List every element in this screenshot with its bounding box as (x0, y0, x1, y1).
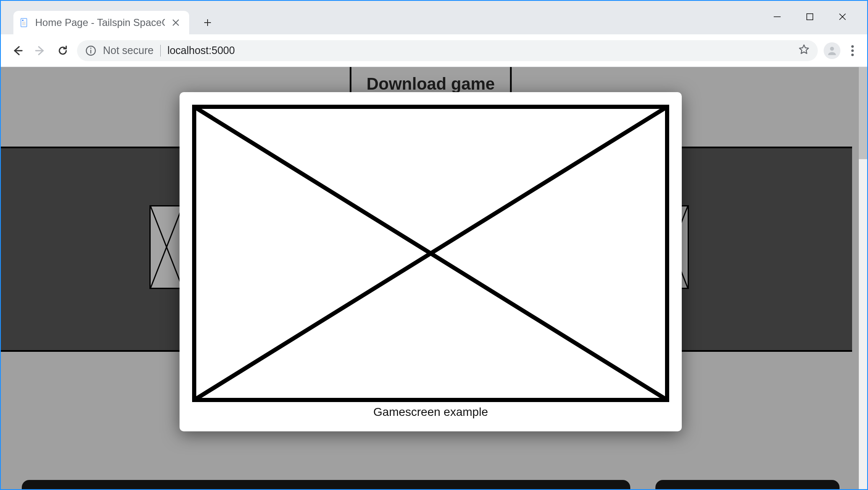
back-button[interactable] (9, 42, 26, 59)
gamescreen-placeholder-image[interactable] (192, 105, 669, 402)
scrollbar-thumb[interactable] (859, 67, 867, 159)
maximize-button[interactable] (794, 7, 826, 27)
carousel-thumb-left[interactable] (149, 205, 184, 289)
omnibox-separator (160, 45, 161, 57)
security-label: Not secure (103, 44, 154, 57)
svg-rect-1 (22, 20, 23, 21)
close-window-button[interactable] (826, 7, 859, 27)
bookmark-star-icon[interactable] (799, 44, 809, 57)
svg-rect-10 (807, 14, 813, 20)
browser-menu-icon[interactable] (846, 42, 859, 59)
page-viewport: Download game Gamescreen example (1, 67, 867, 489)
site-info-icon[interactable] (85, 45, 96, 56)
browser-titlebar: Home Page - Tailspin SpaceGame (1, 1, 867, 34)
close-tab-icon[interactable] (171, 18, 181, 28)
svg-point-17 (90, 47, 92, 49)
minimize-button[interactable] (761, 7, 794, 27)
address-bar[interactable]: Not secure localhost:5000 (77, 40, 818, 61)
screenshot-modal: Gamescreen example (180, 92, 682, 431)
new-tab-button[interactable] (196, 11, 219, 34)
page-content: Download game Gamescreen example (1, 67, 860, 489)
bottom-panel[interactable] (655, 480, 840, 489)
download-game-label: Download game (367, 75, 495, 93)
profile-avatar-icon[interactable] (824, 42, 840, 59)
svg-point-18 (830, 46, 834, 50)
url-text: localhost:5000 (167, 44, 235, 57)
reload-button[interactable] (54, 42, 71, 59)
page-icon (19, 18, 29, 28)
window-controls (761, 1, 859, 27)
bottom-panels (22, 480, 840, 489)
forward-button[interactable] (32, 42, 49, 59)
tab-title: Home Page - Tailspin SpaceGame (35, 17, 165, 28)
browser-tab[interactable]: Home Page - Tailspin SpaceGame (13, 11, 189, 34)
svg-rect-0 (21, 18, 27, 27)
modal-caption: Gamescreen example (192, 402, 669, 419)
browser-toolbar: Not secure localhost:5000 (1, 34, 867, 67)
bottom-panel[interactable] (22, 480, 630, 489)
